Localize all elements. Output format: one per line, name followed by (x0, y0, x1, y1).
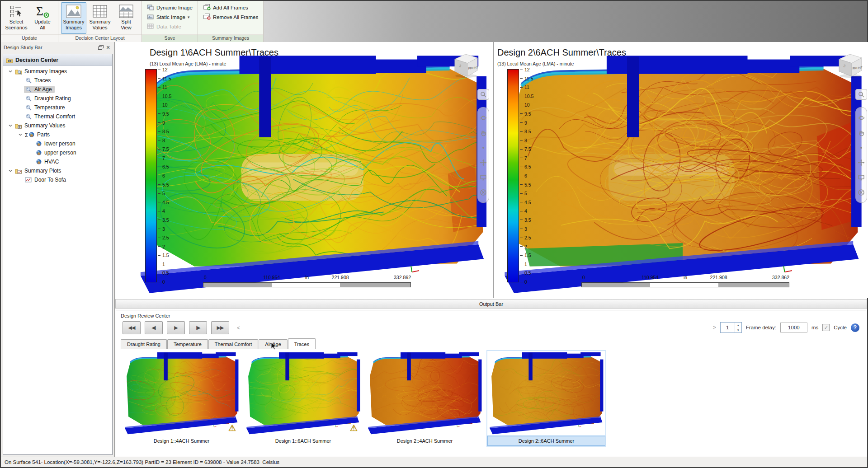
search-icon[interactable] (477, 89, 489, 100)
thumbnail-design-1-6ach-summer[interactable]: ⚠Design 1::6ACH Summer (243, 350, 363, 447)
ruler-label: 110.954 (263, 275, 280, 280)
folder-dc-icon (6, 57, 13, 63)
tab-draught-rating[interactable]: Draught Rating (121, 339, 167, 349)
tree-item-label: Parts (37, 131, 50, 138)
chevron-down-icon[interactable] (7, 123, 14, 128)
nav-right[interactable]: > (713, 324, 716, 331)
legend-title: (13) Local Mean Age (LMA) - minute (497, 61, 574, 66)
tick-mark (158, 246, 160, 247)
summary-images-button[interactable]: SummaryImages (61, 2, 86, 34)
tick-label: 11.5 (524, 76, 533, 81)
tree-item-air-age[interactable]: Air Age (3, 85, 112, 94)
dynamic-image-button[interactable]: Dynamic Image (144, 3, 195, 12)
tick-label: 11 (524, 84, 529, 90)
update-all-button[interactable]: ΣUpdateAll (30, 2, 55, 34)
tree-item-draught-rating[interactable]: Draught Rating (3, 94, 112, 103)
ruler-segment (340, 283, 410, 287)
close-icon[interactable]: ✕ (104, 44, 112, 51)
thumbnail-design-2-6ach-summer[interactable]: Design 2::6ACH Summer (486, 350, 606, 447)
ruler-label: 332.862 (772, 275, 789, 280)
data-table-button[interactable]: Data Table (144, 22, 195, 31)
fast-forward-button[interactable]: ▶▶ (211, 321, 229, 334)
tree-item-thermal-comfort[interactable]: Thermal Comfort (3, 112, 112, 121)
thumbnail-design-1-4ach-summer[interactable]: ⚠Design 1::4ACH Summer (122, 350, 241, 447)
tree-item-upper-person[interactable]: upper person (3, 148, 112, 157)
tick-label: 2.5 (524, 235, 531, 240)
remove-all-frames-button[interactable]: Remove All Frames (200, 13, 261, 21)
scale-ruler: 0110.954in221.908332.862 (581, 275, 789, 290)
tab-traces[interactable]: Traces (288, 338, 316, 349)
tree-item-traces[interactable]: Traces (3, 76, 112, 85)
tree-item-parts[interactable]: ΣParts (3, 130, 112, 139)
legend-tick: 4 (520, 208, 527, 214)
cycle-checkbox[interactable]: ✓ (822, 324, 830, 331)
tree-item-door-to-sofa[interactable]: Door To Sofa (3, 175, 112, 184)
tab-temperature[interactable]: Temperature (167, 339, 208, 349)
close-circle-icon[interactable] (858, 185, 865, 200)
split-view-button[interactable]: SplitView (113, 2, 139, 34)
scale-ruler: 0110.954in221.908332.862 (203, 275, 411, 290)
thumbnail-caption: Design 1::4ACH Summer (123, 436, 241, 446)
float-window-icon[interactable] (97, 44, 104, 51)
spinner-up-icon[interactable]: ▲ (735, 323, 741, 328)
orbit-icon[interactable] (858, 110, 865, 125)
monitor-icon[interactable] (858, 170, 865, 185)
play-button[interactable]: ▶ (167, 321, 185, 334)
tick-mark (520, 220, 523, 220)
tree-item-decision-center[interactable]: Decision Center (3, 54, 112, 66)
tree-item-summary-values[interactable]: Summary Values (3, 121, 112, 130)
tree-item-temperature[interactable]: Temperature (3, 103, 112, 112)
rewind-button[interactable]: ◀◀ (123, 321, 141, 334)
nav-left[interactable]: < (237, 325, 240, 331)
tree-item-summary-images[interactable]: Summary Images (3, 67, 112, 76)
step-back-button[interactable]: ◀| (145, 321, 163, 334)
chevron-down-icon[interactable] (17, 132, 24, 137)
move-icon[interactable] (480, 155, 487, 170)
tab-thermal-comfort[interactable]: Thermal Comfort (208, 339, 259, 349)
tick-mark (520, 140, 523, 140)
hand-icon[interactable] (480, 125, 487, 140)
tree-item-lower-person[interactable]: lower person (3, 139, 112, 148)
tick-label: 2 (162, 244, 165, 249)
frame-delay-label: Frame delay: (746, 325, 776, 330)
ruler-segment (272, 283, 340, 287)
chevron-down-icon[interactable] (7, 168, 14, 173)
output-bar[interactable]: Output Bar (115, 299, 867, 309)
view-cube[interactable]: FRONT3 (451, 50, 480, 79)
dot-icon[interactable] (858, 140, 865, 155)
tick-label: 3 (524, 226, 527, 232)
legend-tick: 7.5 (520, 146, 531, 152)
chevron-down-icon[interactable] (7, 69, 14, 74)
step-forward-button[interactable]: |▶ (189, 321, 207, 334)
tree-item-label: Traces (34, 77, 51, 84)
dropdown-arrow-icon[interactable]: ▾ (188, 15, 190, 19)
add-all-frames-button[interactable]: Add All Frames (200, 3, 261, 12)
summary-values-button[interactable]: SummaryValues (87, 2, 113, 34)
legend-tick: 5 (520, 191, 527, 196)
frame-number-spinner[interactable]: 1 ▲ ▼ (720, 322, 742, 333)
frame-delay-input[interactable]: 1000 (780, 323, 807, 332)
spinner-down-icon[interactable]: ▼ (735, 328, 741, 332)
add-frames-icon (203, 4, 211, 11)
button-label: Static Image (156, 14, 185, 20)
thumbnail-design-2-4ach-summer[interactable]: Design 2::4ACH Summer (365, 350, 485, 447)
monitor-icon[interactable] (480, 170, 487, 185)
tree-item-label: Summary Values (24, 122, 65, 129)
group-label: Summary Images (198, 34, 263, 42)
select-scenarios-button[interactable]: SelectScenarios (4, 2, 29, 34)
tick-label: 4 (162, 208, 165, 214)
move-icon[interactable] (858, 155, 865, 170)
dot-icon[interactable] (480, 140, 487, 155)
orbit-icon[interactable] (480, 110, 487, 125)
help-icon[interactable]: ? (851, 323, 859, 332)
status-text: On Surface 541- Location(X=-59.3081,Y=-1… (5, 459, 279, 465)
close-circle-icon[interactable] (480, 185, 487, 200)
tree-item-summary-plots[interactable]: Summary Plots (3, 166, 112, 175)
hand-icon[interactable] (858, 125, 865, 140)
tree-item-hvac[interactable]: HVAC (3, 157, 112, 166)
static-image-button[interactable]: Static Image▾ (144, 13, 195, 21)
search-icon[interactable] (855, 89, 867, 100)
view-cube[interactable]: FRONT3 (835, 50, 864, 79)
folder-values-icon (15, 122, 22, 129)
ruler-label: 221.908 (710, 275, 727, 280)
